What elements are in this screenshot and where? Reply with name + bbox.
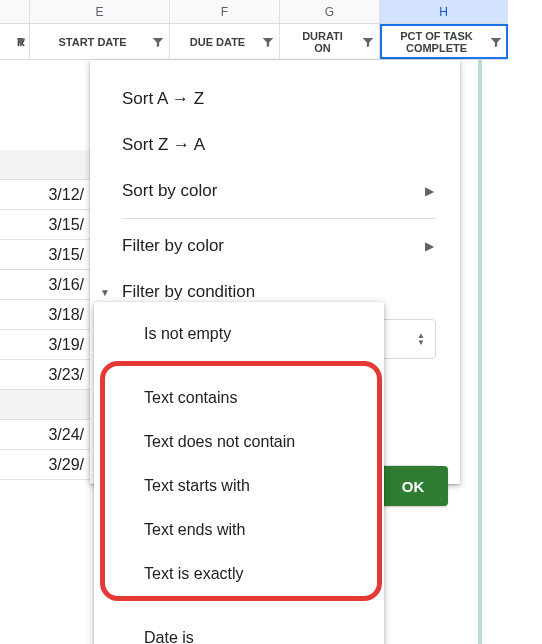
option-text-starts-with[interactable]: Text starts with xyxy=(94,464,384,508)
condition-listbox: Is not empty Text contains Text does not… xyxy=(94,302,384,644)
option-label: Text does not contain xyxy=(144,433,295,451)
option-date-is[interactable]: Date is xyxy=(94,616,384,644)
cell-value: 3/18/ xyxy=(48,306,84,324)
ok-label: OK xyxy=(402,478,425,495)
table-row[interactable]: 3/24/ xyxy=(0,420,90,450)
cell-value: 3/29/ xyxy=(48,456,84,474)
column-letter-partial[interactable] xyxy=(0,0,30,23)
updown-icon: ▲▼ xyxy=(417,332,425,346)
table-row[interactable]: 3/18/ xyxy=(0,300,90,330)
cell-value: 3/19/ xyxy=(48,336,84,354)
option-label: Date is xyxy=(144,629,194,644)
filter-by-color[interactable]: Filter by color ▶ xyxy=(106,223,444,269)
table-row[interactable]: 3/23/ xyxy=(0,360,90,390)
filter-icon[interactable] xyxy=(15,36,27,48)
option-text-ends-with[interactable]: Text ends with xyxy=(94,508,384,552)
option-text-does-not-contain[interactable]: Text does not contain xyxy=(94,420,384,464)
cell-value: 3/24/ xyxy=(48,426,84,444)
cell-value: 3/15/ xyxy=(48,246,84,264)
column-header-due-date: DUE DATE xyxy=(170,24,280,59)
sort-az[interactable]: Sort A → Z xyxy=(106,76,444,122)
option-label: Text starts with xyxy=(144,477,250,495)
table-row[interactable]: 3/12/ xyxy=(0,180,90,210)
cell-value: 3/16/ xyxy=(48,276,84,294)
option-is-not-empty[interactable]: Is not empty xyxy=(94,312,384,356)
table-row[interactable]: 3/15/ xyxy=(0,210,90,240)
column-header-partial: R xyxy=(0,24,30,59)
option-label: Text contains xyxy=(144,389,237,407)
sort-by-color[interactable]: Sort by color ▶ xyxy=(106,168,444,214)
column-header-label: PCT OF TASK COMPLETE xyxy=(386,30,487,54)
option-text-contains[interactable]: Text contains xyxy=(94,376,384,420)
column-header-pct-complete: PCT OF TASK COMPLETE xyxy=(380,24,508,59)
filter-by-condition-label: Filter by condition xyxy=(122,282,255,302)
table-row[interactable]: 3/19/ xyxy=(0,330,90,360)
filter-icon[interactable] xyxy=(261,35,275,49)
option-label: Text is exactly xyxy=(144,565,244,583)
cell-value: 3/15/ xyxy=(48,216,84,234)
option-label: Is not empty xyxy=(144,325,231,343)
chevron-right-icon: ▶ xyxy=(425,184,434,198)
column-header-start-date: START DATE xyxy=(30,24,170,59)
table-row[interactable]: 3/29/ xyxy=(0,450,90,480)
filter-icon[interactable] xyxy=(489,35,503,49)
option-label: Text ends with xyxy=(144,521,245,539)
column-letter-e[interactable]: E xyxy=(30,0,170,23)
column-header-duration: DURATI ON xyxy=(280,24,380,59)
cell-value: 3/12/ xyxy=(48,186,84,204)
sort-za-label: Sort Z → A xyxy=(122,135,205,155)
column-header-label: DUE DATE xyxy=(190,36,245,48)
chevron-right-icon: ▶ xyxy=(425,239,434,253)
column-title-row: R START DATE DUE DATE DURATI ON PCT OF T… xyxy=(0,24,508,60)
sort-za[interactable]: Sort Z → A xyxy=(106,122,444,168)
table-row[interactable]: 3/15/ xyxy=(0,240,90,270)
ok-button[interactable]: OK xyxy=(378,466,448,506)
column-letter-g[interactable]: G xyxy=(280,0,380,23)
triangle-down-icon: ▼ xyxy=(100,287,110,298)
cell-value: 3/23/ xyxy=(48,366,84,384)
filter-icon[interactable] xyxy=(361,35,375,49)
filter-by-color-label: Filter by color xyxy=(122,236,224,256)
column-letter-h[interactable]: H xyxy=(380,0,508,23)
column-letter-row: E F G H xyxy=(0,0,508,24)
column-letter-f[interactable]: F xyxy=(170,0,280,23)
selected-column-strip xyxy=(478,60,482,644)
sort-az-label: Sort A → Z xyxy=(122,89,204,109)
table-row-shade xyxy=(0,150,90,180)
column-header-label: DURATI ON xyxy=(302,30,343,54)
filter-icon[interactable] xyxy=(151,35,165,49)
option-text-is-exactly[interactable]: Text is exactly xyxy=(94,552,384,596)
column-header-label: START DATE xyxy=(58,36,126,48)
sort-by-color-label: Sort by color xyxy=(122,181,217,201)
table-row[interactable]: 3/16/ xyxy=(0,270,90,300)
table-row-shade xyxy=(0,390,90,420)
divider xyxy=(122,218,436,219)
